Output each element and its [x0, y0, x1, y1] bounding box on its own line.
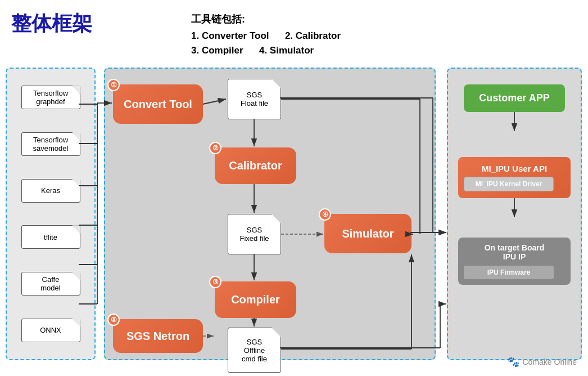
toolchain-row1: 1. Converter Tool 2. Calibrator	[191, 30, 341, 42]
mid-panel: ① Convert Tool SGS Float file ② Calibrat…	[104, 68, 436, 360]
input-tensorflow-savemodel: Tensorflowsavemodel	[21, 132, 80, 156]
on-target-board: On target Board IPU IP IPU Firmware	[458, 238, 571, 285]
compiler-box: ③ Compiler	[215, 281, 296, 318]
convert-tool-box: ① Convert Tool	[113, 84, 203, 124]
input-onnx: ONNX	[21, 319, 80, 342]
circle-num-1: ①	[107, 79, 120, 91]
circle-num-4: ④	[319, 208, 331, 221]
right-panel: Customer APP MI_IPU User API MI_IPU Kern…	[447, 68, 582, 360]
simulator-box: ④ Simulator	[324, 214, 411, 253]
left-panel: Tensorflowgraphdef Tensorflowsavemodel K…	[6, 68, 96, 360]
sgs-float-file: SGS Float file	[228, 79, 281, 119]
ipu-firmware: IPU Firmware	[464, 266, 554, 279]
customer-app: Customer APP	[464, 84, 565, 112]
mi-ipu-api: MI_IPU User API MI_IPU Kernel Driver	[458, 157, 571, 198]
calibrator-box: ② Calibrator	[215, 147, 296, 184]
input-tensorflow-graphdef: Tensorflowgraphdef	[21, 86, 80, 109]
diagram: Tensorflowgraphdef Tensorflowsavemodel K…	[6, 68, 582, 366]
toolchain-info: 工具链包括: 1. Converter Tool 2. Calibrator 3…	[191, 12, 341, 60]
page-title: 整体框架	[11, 10, 92, 38]
watermark: 🐾 Comake Online	[507, 356, 577, 368]
sgs-offline-file: SGS Offline cmd file	[228, 328, 281, 373]
svg-line-2	[203, 99, 226, 104]
sgs-fixed-file: SGS Fixed file	[228, 214, 281, 254]
input-keras: Keras	[21, 179, 80, 203]
input-tflite: tflite	[21, 225, 80, 249]
sgs-netron-box: ⑤ SGS Netron	[113, 319, 203, 353]
right-arrow-2	[458, 198, 571, 221]
circle-num-2: ②	[209, 142, 221, 154]
right-arrow-1	[458, 112, 571, 135]
circle-num-5: ⑤	[107, 314, 120, 326]
input-caffe: Caffemodel	[21, 272, 80, 296]
toolchain-heading: 工具链包括:	[191, 12, 341, 26]
circle-num-3: ③	[209, 276, 221, 288]
watermark-icon: 🐾	[507, 356, 519, 368]
kernel-driver: MI_IPU Kernel Driver	[464, 177, 554, 191]
toolchain-row2: 3. Compiler 4. Simulator	[191, 45, 341, 56]
